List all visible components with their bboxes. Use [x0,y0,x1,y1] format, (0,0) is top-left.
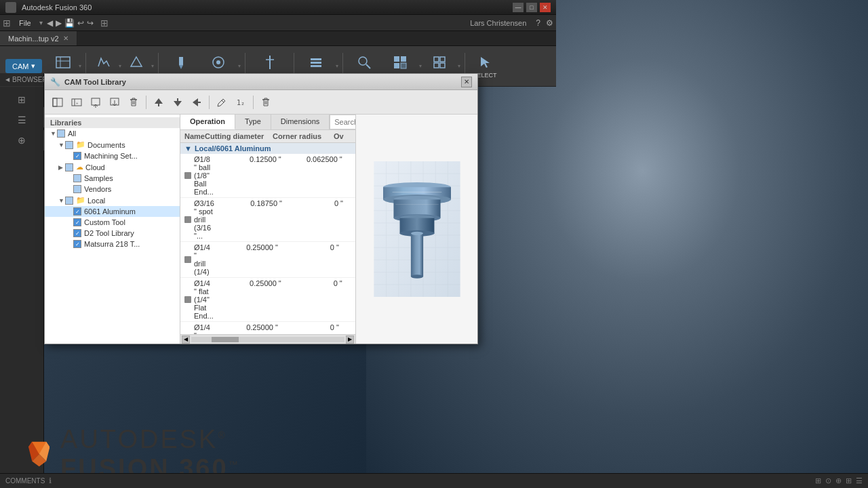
vendors-checkbox[interactable] [73,185,81,193]
help-icon[interactable]: ? [536,18,540,28]
status-icon-5[interactable]: ☰ [856,476,863,485]
comments-info-icon: ℹ [49,476,52,485]
lib-d2-tool-library[interactable]: ▶ ✓ D2 Tool Library [45,228,180,239]
svg-marker-37 [174,101,182,106]
cam-dropdown[interactable]: CAM ▾ [5,59,42,73]
table-row[interactable]: Ø1/4 " spot drill (1/4" Sp...0.25000 "0 … [180,322,355,334]
close-button[interactable]: ✕ [540,3,551,12]
status-icon-4[interactable]: ⊞ [846,476,852,485]
renumber-btn[interactable]: 1₂ [232,94,250,111]
tab-type[interactable]: Type [235,115,271,129]
svg-text:+: + [76,101,79,105]
dialog-sep2 [209,96,210,109]
lib-local[interactable]: ▼ 📁 Local [45,195,180,206]
move-down-btn[interactable] [169,94,186,111]
svg-point-73 [410,274,422,278]
edit-btn[interactable] [213,94,231,111]
status-icon-3[interactable]: ⊕ [835,476,842,485]
settings-icon[interactable]: ⚙ [546,18,553,28]
cloud-label: Cloud [85,163,105,171]
toolbar-redo-icon[interactable]: ↪ [87,18,94,28]
ov-cell [342,279,355,320]
d2-checkbox[interactable]: ✓ [73,229,81,237]
move-left-btn[interactable] [188,94,205,111]
tab-dimensions[interactable]: Dimensions [271,115,330,129]
lib-6061-aluminum[interactable]: ▶ ✓ 6061 Aluminum [45,206,180,217]
inspect-icon [356,54,372,70]
tool-rows-container: Ø1/8 " ball (1/8" Ball End...0.12500 "0.… [180,154,355,334]
matsurra-checkbox[interactable]: ✓ [73,240,81,248]
dialog-close-button[interactable]: ✕ [461,77,472,87]
local-arrow: ▼ [58,197,65,204]
custom-checkbox[interactable]: ✓ [73,218,81,226]
toolbar-forward-icon[interactable]: ▶ [56,18,62,28]
export-btn[interactable] [106,94,123,111]
active-tab[interactable]: Machin...tup v2 ✕ [0,31,77,45]
toolbar-save-icon[interactable]: 💾 [64,18,75,28]
comments-label: COMMENTS [5,477,45,485]
custom-label: Custom Tool [84,218,125,226]
tool-group-header[interactable]: ▼ Local/6061 Aluminum [180,143,355,154]
ov-cell [339,323,355,334]
setup-icon [55,54,71,70]
new-library-btn[interactable] [49,94,66,111]
panel-btn-2[interactable]: ☰ [3,110,41,130]
cam-dropdown-arrow: ▾ [31,62,35,70]
toolbar-sep2: ▾ [119,63,121,69]
import-btn[interactable] [87,94,104,111]
6061-checkbox[interactable]: ✓ [73,207,81,216]
minimize-button[interactable]: — [513,3,524,12]
all-checkbox[interactable] [57,129,65,138]
status-icon-2[interactable]: ⊙ [825,476,831,485]
table-row[interactable]: Ø3/16 " spot drill (3/16 "...0.18750 "0 … [180,198,355,242]
status-icon-1[interactable]: ⊞ [815,476,821,485]
waterjet-icon [262,54,278,70]
new-local-library-btn[interactable]: + [68,94,85,111]
svg-marker-35 [155,98,163,104]
cam-tool-library-dialog: 🔧 CAM Tool Library ✕ + [44,73,478,344]
move-up-btn[interactable] [150,94,167,111]
toolbar-sep3: ▾ [151,63,154,69]
lib-samples[interactable]: ▶ Samples [45,173,180,184]
lib-documents[interactable]: ▼ 📁 Documents [45,139,180,150]
panel-btn-1[interactable]: ⊞ [3,89,41,110]
library-header: Libraries [45,117,180,128]
delete-library-btn[interactable] [125,94,142,111]
search-input[interactable] [330,115,355,129]
lib-machining-set[interactable]: ▶ ✓ Machining Set... [45,150,180,161]
tab-close-button[interactable]: ✕ [63,35,68,42]
maximize-button[interactable]: □ [526,3,537,12]
scrollbar-track[interactable] [191,337,344,342]
samples-checkbox[interactable] [73,174,81,182]
lib-all[interactable]: ▼ All [45,128,180,139]
tab-bar: Machin...tup v2 ✕ [0,31,556,46]
local-label: Local [87,197,105,205]
machset-checkbox[interactable]: ✓ [73,152,81,160]
panel-btn-3[interactable]: ⊕ [3,130,41,150]
lib-custom-tool[interactable]: ▶ ✓ Custom Tool [45,217,180,228]
lib-vendors[interactable]: ▶ Vendors [45,184,180,195]
docs-checkbox[interactable] [65,141,73,149]
scrollbar-thumb[interactable] [212,337,239,342]
toolbar-undo-icon[interactable]: ↩ [77,18,84,28]
samples-label: Samples [84,174,113,182]
toolbar-back-icon[interactable]: ◀ [47,18,53,28]
table-row[interactable]: Ø1/8 " ball (1/8" Ball End...0.12500 "0.… [180,154,355,198]
dialog-scrollbar[interactable]: ◀ ▶ [180,334,355,344]
svg-rect-21 [434,63,439,68]
browser-arrow[interactable]: ◀ [5,77,9,83]
table-row[interactable]: Ø1/4 " drill (1/4)0.25000 "0 " [180,242,355,278]
cutting-diameter-cell: 0.25000 " [214,279,281,320]
lib-matsurra[interactable]: ▶ ✓ Matsurra 218 T... [45,239,180,249]
scroll-right-btn[interactable]: ▶ [346,336,354,344]
cloud-checkbox[interactable] [65,163,73,171]
lib-cloud[interactable]: ▶ ☁ Cloud [45,161,180,173]
all-arrow: ▼ [50,130,57,137]
local-checkbox[interactable] [65,197,73,205]
scroll-left-btn[interactable]: ◀ [182,336,190,344]
delete-tool-btn[interactable] [257,94,275,111]
svg-rect-4 [179,57,183,65]
menu-file[interactable]: File [15,18,35,28]
tab-operation[interactable]: Operation [180,115,235,129]
table-row[interactable]: Ø1/4 " flat (1/4" Flat End...0.25000 "0 … [180,278,355,322]
